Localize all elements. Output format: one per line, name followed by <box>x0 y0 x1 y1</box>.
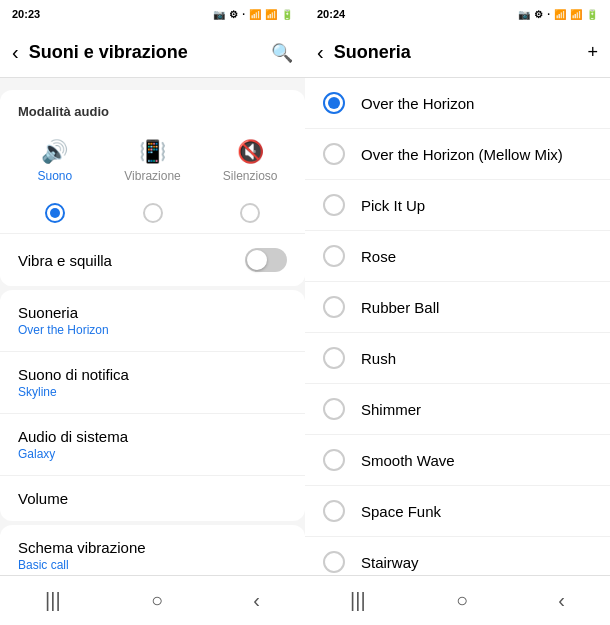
ringtone-radio-5[interactable] <box>323 347 345 369</box>
vibra-squilla-row: Vibra e squilla <box>0 233 305 286</box>
menu-notifica[interactable]: Suono di notifica Skyline <box>0 352 305 414</box>
vibra-squilla-label: Vibra e squilla <box>18 252 112 269</box>
nav-home-right[interactable]: ○ <box>436 581 488 620</box>
vibra-squilla-toggle[interactable] <box>245 248 287 272</box>
status-icons-left: 📷 ⚙ · 📶 📶 🔋 <box>213 9 293 20</box>
nav-back-right[interactable]: ‹ <box>538 581 585 620</box>
mode-silenzioso[interactable]: 🔇 Silenzioso <box>203 131 297 191</box>
ringtone-radio-0[interactable] <box>323 92 345 114</box>
menu-audio-sistema-subtitle: Galaxy <box>18 447 287 461</box>
menu-volume[interactable]: Volume <box>0 476 305 521</box>
time-right: 20:24 <box>317 8 345 20</box>
mode-vibrazione[interactable]: 📳 Vibrazione <box>106 131 200 191</box>
mode-suono[interactable]: 🔊 Suono <box>8 131 102 191</box>
menu-volume-title: Volume <box>18 490 287 507</box>
ringtone-radio-1[interactable] <box>323 143 345 165</box>
ringtone-radio-7[interactable] <box>323 449 345 471</box>
top-bar-left: ‹ Suoni e vibrazione 🔍 <box>0 28 305 78</box>
status-bar-left: 20:23 📷 ⚙ · 📶 📶 🔋 <box>0 0 305 28</box>
schema-vibrazione-card: Schema vibrazione Basic call <box>0 525 305 575</box>
menu-suoneria-title: Suoneria <box>18 304 287 321</box>
radio-cell-suono[interactable] <box>8 203 102 223</box>
back-button-right[interactable]: ‹ <box>317 41 324 64</box>
mode-suono-label: Suono <box>37 169 72 183</box>
nav-recent-right[interactable]: ||| <box>330 581 386 620</box>
ringtone-name-4: Rubber Ball <box>361 299 439 316</box>
right-screen: 20:24 📷 ⚙ · 📶 📶 🔋 ‹ Suoneria + Over the … <box>305 0 610 625</box>
status-bar-right: 20:24 📷 ⚙ · 📶 📶 🔋 <box>305 0 610 28</box>
ringtone-item[interactable]: Shimmer <box>305 384 610 435</box>
vibrate-icon: 📳 <box>139 139 166 165</box>
menu-notifica-title: Suono di notifica <box>18 366 287 383</box>
ringtone-item[interactable]: Over the Horizon <box>305 78 610 129</box>
menu-audio-sistema[interactable]: Audio di sistema Galaxy <box>0 414 305 476</box>
ringtone-item[interactable]: Over the Horizon (Mellow Mix) <box>305 129 610 180</box>
ringtone-radio-6[interactable] <box>323 398 345 420</box>
nav-recent-left[interactable]: ||| <box>25 581 81 620</box>
nav-back-left[interactable]: ‹ <box>233 581 280 620</box>
audio-mode-title: Modalità audio <box>0 90 305 127</box>
ringtone-name-6: Shimmer <box>361 401 421 418</box>
ringtone-name-5: Rush <box>361 350 396 367</box>
audio-modes-container: 🔊 Suono 📳 Vibrazione 🔇 Silenzioso <box>0 127 305 203</box>
top-bar-right: ‹ Suoneria + <box>305 28 610 78</box>
mode-vibrazione-label: Vibrazione <box>124 169 180 183</box>
search-icon-left[interactable]: 🔍 <box>271 42 293 64</box>
speaker-icon: 🔊 <box>41 139 68 165</box>
silent-icon: 🔇 <box>237 139 264 165</box>
left-content: Modalità audio 🔊 Suono 📳 Vibrazione 🔇 Si… <box>0 78 305 575</box>
ringtone-name-9: Stairway <box>361 554 419 571</box>
status-icons-right: 📷 ⚙ · 📶 📶 🔋 <box>518 9 598 20</box>
audio-mode-card: Modalità audio 🔊 Suono 📳 Vibrazione 🔇 Si… <box>0 90 305 286</box>
ringtone-name-7: Smooth Wave <box>361 452 455 469</box>
ringtone-radio-3[interactable] <box>323 245 345 267</box>
bottom-nav-right: ||| ○ ‹ <box>305 575 610 625</box>
ringtone-list: Over the HorizonOver the Horizon (Mellow… <box>305 78 610 575</box>
time-left: 20:23 <box>12 8 40 20</box>
ringtone-name-3: Rose <box>361 248 396 265</box>
ringtone-radio-9[interactable] <box>323 551 345 573</box>
page-title-right: Suoneria <box>334 42 578 63</box>
ringtone-item[interactable]: Rubber Ball <box>305 282 610 333</box>
ringtone-radio-8[interactable] <box>323 500 345 522</box>
ringtone-item[interactable]: Pick It Up <box>305 180 610 231</box>
ringtone-item[interactable]: Space Funk <box>305 486 610 537</box>
menu-suoneria[interactable]: Suoneria Over the Horizon <box>0 290 305 352</box>
radio-suono[interactable] <box>45 203 65 223</box>
ringtone-item[interactable]: Rush <box>305 333 610 384</box>
radio-vibrazione[interactable] <box>143 203 163 223</box>
page-title-left: Suoni e vibrazione <box>29 42 261 63</box>
menu-items-card: Suoneria Over the Horizon Suono di notif… <box>0 290 305 521</box>
menu-schema-vibrazione[interactable]: Schema vibrazione Basic call <box>0 525 305 575</box>
ringtone-radio-2[interactable] <box>323 194 345 216</box>
mode-silenzioso-label: Silenzioso <box>223 169 278 183</box>
back-button-left[interactable]: ‹ <box>12 41 19 64</box>
radio-row <box>0 203 305 233</box>
bottom-nav-left: ||| ○ ‹ <box>0 575 305 625</box>
radio-cell-silenzioso[interactable] <box>203 203 297 223</box>
ringtone-name-1: Over the Horizon (Mellow Mix) <box>361 146 563 163</box>
ringtone-radio-4[interactable] <box>323 296 345 318</box>
menu-notifica-subtitle: Skyline <box>18 385 287 399</box>
radio-silenzioso[interactable] <box>240 203 260 223</box>
menu-schema-vibrazione-subtitle: Basic call <box>18 558 287 572</box>
ringtone-item[interactable]: Rose <box>305 231 610 282</box>
ringtone-name-2: Pick It Up <box>361 197 425 214</box>
ringtone-item[interactable]: Smooth Wave <box>305 435 610 486</box>
ringtone-name-8: Space Funk <box>361 503 441 520</box>
menu-suoneria-subtitle: Over the Horizon <box>18 323 287 337</box>
left-screen: 20:23 📷 ⚙ · 📶 📶 🔋 ‹ Suoni e vibrazione 🔍… <box>0 0 305 625</box>
menu-schema-vibrazione-title: Schema vibrazione <box>18 539 287 556</box>
ringtone-item[interactable]: Stairway <box>305 537 610 575</box>
add-icon-right[interactable]: + <box>587 42 598 63</box>
menu-audio-sistema-title: Audio di sistema <box>18 428 287 445</box>
radio-cell-vibrazione[interactable] <box>106 203 200 223</box>
ringtone-name-0: Over the Horizon <box>361 95 474 112</box>
nav-home-left[interactable]: ○ <box>131 581 183 620</box>
